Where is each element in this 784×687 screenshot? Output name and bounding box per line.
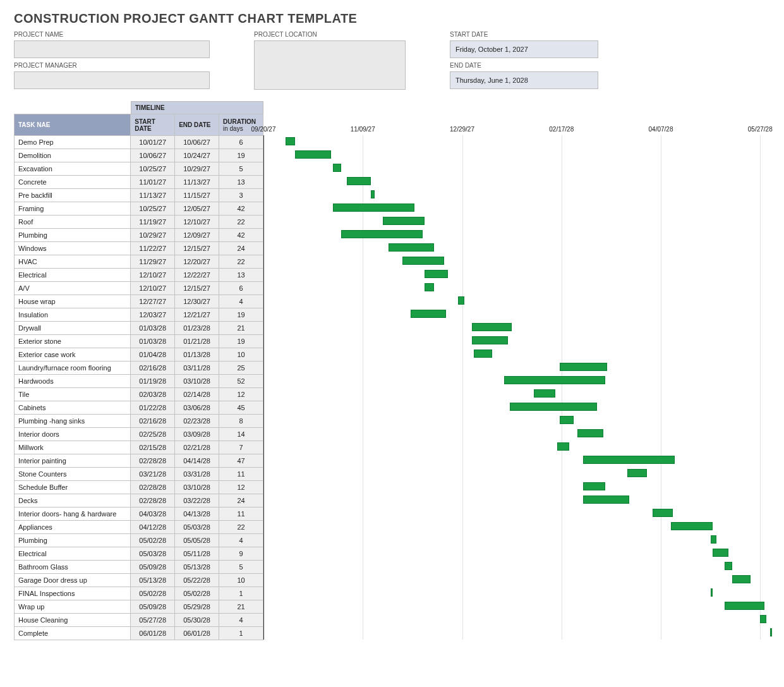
table-row[interactable]: Excavation10/25/2710/29/275 <box>15 162 263 176</box>
task-table: TASK NAE START DATE END DATE DURATIONin … <box>14 114 263 640</box>
table-row[interactable]: Demo Prep10/01/2710/06/276 <box>15 136 263 149</box>
end-date-field[interactable]: Thursday, June 1, 2028 <box>450 71 598 89</box>
gantt-bar[interactable] <box>425 283 435 291</box>
table-row[interactable]: Insulation12/03/2712/21/2719 <box>15 308 263 322</box>
table-row[interactable]: Drywall01/03/2801/23/2821 <box>15 322 263 335</box>
gantt-bar[interactable] <box>371 190 375 198</box>
gantt-bar[interactable] <box>713 549 728 557</box>
table-row[interactable]: Pre backfill11/13/2711/15/273 <box>15 189 263 202</box>
gantt-bar[interactable] <box>560 363 607 371</box>
gantt-bar[interactable] <box>671 522 713 530</box>
gantt-bar[interactable] <box>557 442 569 451</box>
gantt-bar[interactable] <box>333 164 341 172</box>
table-row[interactable]: Garage Door dress up05/13/2805/22/2810 <box>15 574 263 587</box>
gantt-bar[interactable] <box>725 562 733 570</box>
gantt-row <box>263 480 770 494</box>
gantt-bar[interactable] <box>458 296 464 305</box>
table-row[interactable]: Interior doors02/25/2803/09/2814 <box>15 428 263 441</box>
table-row[interactable]: HVAC11/29/2712/20/2722 <box>15 255 263 269</box>
gantt-bar[interactable] <box>474 350 492 358</box>
task-dur-cell: 13 <box>219 176 263 189</box>
start-date-field[interactable]: Friday, October 1, 2027 <box>450 40 598 58</box>
gantt-row <box>263 361 770 374</box>
gantt-bar[interactable] <box>653 509 672 517</box>
gantt-bar[interactable] <box>560 416 574 424</box>
gantt-bar[interactable] <box>583 495 629 504</box>
task-end-cell: 03/06/28 <box>175 401 219 415</box>
gantt-bar[interactable] <box>583 456 675 464</box>
gantt-bar[interactable] <box>510 403 597 411</box>
gantt-bar[interactable] <box>472 323 512 331</box>
table-row[interactable]: Interior painting02/28/2804/14/2847 <box>15 454 263 468</box>
task-start-cell: 10/29/27 <box>131 229 175 242</box>
task-dur-cell: 4 <box>219 614 263 627</box>
gantt-bar[interactable] <box>411 310 447 318</box>
gantt-bar[interactable] <box>286 137 296 145</box>
project-manager-field[interactable] <box>14 71 210 89</box>
table-row[interactable]: Appliances04/12/2805/03/2822 <box>15 521 263 534</box>
gantt-bar[interactable] <box>341 230 423 238</box>
gantt-bar[interactable] <box>627 469 647 477</box>
table-row[interactable]: A/V12/10/2712/15/276 <box>15 282 263 295</box>
table-row[interactable]: Exterior stone01/03/2801/21/2819 <box>15 335 263 348</box>
table-row[interactable]: Schedule Buffer02/28/2803/10/2812 <box>15 481 263 494</box>
table-row[interactable]: Wrap up05/09/2805/29/2821 <box>15 600 263 614</box>
table-row[interactable]: Complete06/01/2806/01/281 <box>15 627 263 640</box>
gantt-bar[interactable] <box>534 389 556 398</box>
gantt-bar[interactable] <box>770 628 772 636</box>
gantt-bar[interactable] <box>347 177 371 185</box>
table-row[interactable]: Tile02/03/2802/14/2812 <box>15 388 263 401</box>
table-row[interactable]: Electrical05/03/2805/11/289 <box>15 547 263 561</box>
gantt-bar[interactable] <box>732 575 750 583</box>
project-name-field[interactable] <box>14 40 210 58</box>
table-row[interactable]: Cabinets01/22/2803/06/2845 <box>15 401 263 415</box>
gantt-bar[interactable] <box>583 482 605 490</box>
table-row[interactable]: Millwork02/15/2802/21/287 <box>15 441 263 454</box>
gantt-row <box>263 507 770 520</box>
gantt-bar[interactable] <box>711 535 716 544</box>
gantt-bar[interactable] <box>295 150 331 159</box>
gantt-bar[interactable] <box>725 602 764 610</box>
table-row[interactable]: Hardwoods01/19/2803/10/2852 <box>15 375 263 388</box>
table-row[interactable]: Interior doors- hang & hardware04/03/280… <box>15 508 263 521</box>
table-row[interactable]: Plumbing10/29/2712/09/2742 <box>15 229 263 242</box>
gantt-bar[interactable] <box>472 336 508 344</box>
gantt-row <box>263 520 770 533</box>
table-row[interactable]: Roof11/19/2712/10/2722 <box>15 216 263 229</box>
gantt-bar[interactable] <box>577 429 603 437</box>
table-row[interactable]: Electrical12/10/2712/22/2713 <box>15 269 263 282</box>
gantt-bar[interactable] <box>383 217 425 225</box>
gantt-bar[interactable] <box>333 204 414 212</box>
gantt-bar[interactable] <box>389 243 434 252</box>
table-row[interactable]: Windows11/22/2712/15/2724 <box>15 242 263 255</box>
table-row[interactable]: House wrap12/27/2712/30/274 <box>15 295 263 308</box>
gantt-bar[interactable] <box>402 257 444 265</box>
table-row[interactable]: Stone Counters03/21/2803/31/2811 <box>15 468 263 481</box>
gantt-bar[interactable] <box>425 270 449 278</box>
gantt-bar[interactable] <box>711 588 713 597</box>
gantt-row <box>263 401 770 414</box>
table-row[interactable]: Plumbing -hang sinks02/16/2802/23/288 <box>15 415 263 428</box>
table-row[interactable]: Laundry/furnace room flooring02/16/2803/… <box>15 362 263 375</box>
table-row[interactable]: Decks02/28/2803/22/2824 <box>15 494 263 508</box>
table-row[interactable]: Plumbing05/02/2805/05/284 <box>15 534 263 547</box>
table-row[interactable]: Bathroom Glass05/09/2805/13/285 <box>15 561 263 574</box>
table-row[interactable]: Exterior case work01/04/2801/13/2810 <box>15 348 263 362</box>
table-row[interactable]: FINAL Inspections05/02/2805/02/281 <box>15 587 263 600</box>
task-name-cell: Millwork <box>15 441 131 454</box>
table-row[interactable]: Demolition10/06/2710/24/2719 <box>15 149 263 162</box>
page-title: CONSTRUCTION PROJECT GANTT CHART TEMPLAT… <box>14 11 770 26</box>
task-name-cell: Laundry/furnace room flooring <box>15 362 131 375</box>
table-row[interactable]: Framing10/25/2712/05/2742 <box>15 202 263 216</box>
gantt-row <box>263 613 770 626</box>
gantt-row <box>263 467 770 480</box>
task-name-cell: Wrap up <box>15 600 131 614</box>
task-end-cell: 05/13/28 <box>175 561 219 574</box>
gantt-bar[interactable] <box>504 376 605 384</box>
table-row[interactable]: Concrete11/01/2711/13/2713 <box>15 176 263 189</box>
table-row[interactable]: House Cleaning05/27/2805/30/284 <box>15 614 263 627</box>
task-dur-cell: 3 <box>219 189 263 202</box>
gantt-bar[interactable] <box>760 615 766 623</box>
project-location-field[interactable] <box>254 40 406 90</box>
task-start-cell: 03/21/28 <box>131 468 175 481</box>
